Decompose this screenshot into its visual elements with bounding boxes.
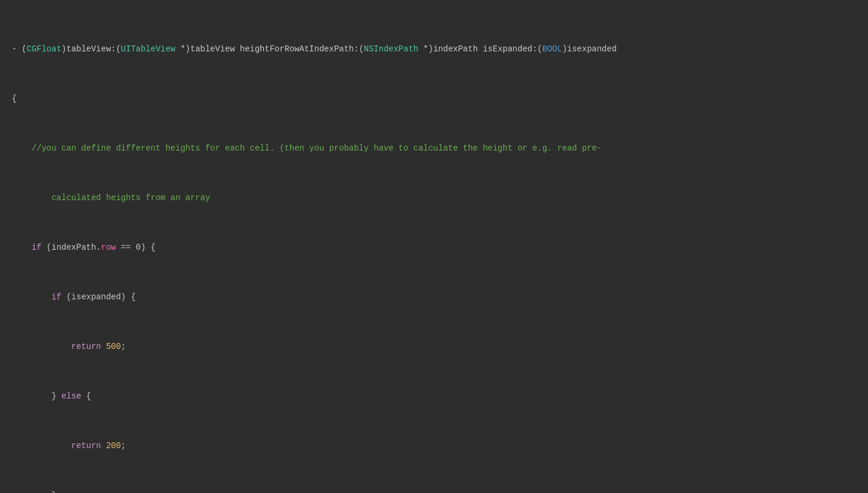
code-line-2: {	[0, 93, 868, 105]
code-line-8: } else {	[0, 390, 868, 403]
code-line-4: calculated heights from an array	[0, 192, 868, 204]
code-line-1: - (CGFloat)tableView:(UITableView *)tabl…	[0, 43, 868, 55]
code-line-5: if (indexPath.row == 0) {	[0, 241, 868, 254]
code-line-7: return 500;	[0, 341, 868, 353]
code-line-3: //you can define different heights for e…	[0, 142, 868, 155]
code-line-6: if (isexpanded) {	[0, 291, 868, 303]
code-editor: - (CGFloat)tableView:(UITableView *)tabl…	[0, 0, 868, 493]
code-line-10: }	[0, 489, 868, 493]
code-line-9: return 200;	[0, 440, 868, 452]
